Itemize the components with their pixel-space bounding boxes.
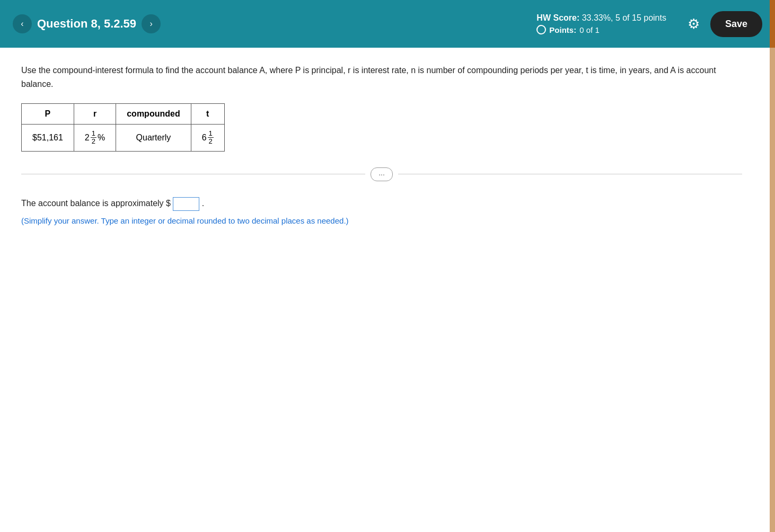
col-header-t: t [191,104,224,125]
r-denominator: 2 [91,138,96,145]
points-value: 0 of 1 [579,25,600,34]
answer-input[interactable] [173,197,199,211]
hw-score: HW Score: 33.33%, 5 of 15 points [536,13,666,23]
answer-prefix: The account balance is approximately $ [21,199,171,208]
divider-dots[interactable]: ··· [371,167,393,181]
hw-score-value: 33.33%, 5 of 15 points [582,13,666,22]
hw-score-label: HW Score: [536,13,579,22]
col-header-r: r [74,104,116,125]
data-table: P r compounded t $51,161 2 1 2 % [21,103,225,152]
divider-line-left [21,174,365,174]
table-row: $51,161 2 1 2 % Quarterly 6 [22,125,225,152]
r-fraction: 1 2 [91,130,96,146]
save-button[interactable]: Save [710,11,762,37]
answer-suffix: . [202,199,204,208]
score-section: HW Score: 33.33%, 5 of 15 points Points:… [536,13,666,34]
r-numerator: 1 [91,130,96,138]
col-header-P: P [22,104,74,125]
points-row: Points: 0 of 1 [536,25,599,34]
cell-t: 6 1 2 [191,125,224,152]
t-mixed-number: 6 1 2 [202,130,214,146]
scrollbar[interactable] [770,0,775,532]
t-fraction: 1 2 [208,130,214,146]
prev-button[interactable]: ‹ [13,14,32,33]
r-suffix: % [98,133,105,143]
cell-r: 2 1 2 % [74,125,116,152]
divider-line-right [398,174,742,174]
r-mixed-number: 2 1 2 % [85,130,105,146]
cell-compounded: Quarterly [116,125,191,152]
header: ‹ Question 8, 5.2.59 › HW Score: 33.33%,… [0,0,775,48]
question-title: Question 8, 5.2.59 [37,17,136,31]
gear-icon[interactable]: ⚙ [688,16,700,32]
t-denominator: 2 [208,138,214,145]
t-numerator: 1 [208,130,214,138]
main-content: Use the compound-interest formula to fin… [0,48,763,241]
next-button[interactable]: › [142,14,161,33]
col-header-compounded: compounded [116,104,191,125]
hint-text: (Simplify your answer. Type an integer o… [21,216,742,225]
cell-P: $51,161 [22,125,74,152]
r-whole: 2 [85,133,90,143]
scrollbar-thumb[interactable] [770,0,775,48]
circle-icon [536,25,546,34]
answer-section: The account balance is approximately $ . [21,197,742,211]
table-header-row: P r compounded t [22,104,225,125]
problem-description: Use the compound-interest formula to fin… [21,64,742,91]
t-whole: 6 [202,133,207,143]
nav-section: ‹ Question 8, 5.2.59 › [13,14,536,33]
points-label: Points: [549,25,576,34]
divider: ··· [21,167,742,181]
